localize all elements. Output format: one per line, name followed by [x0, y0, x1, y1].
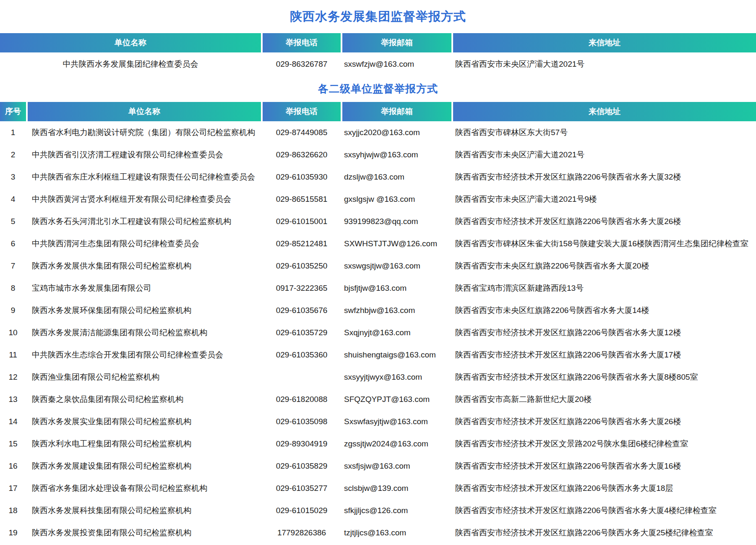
table-row: 19陕西水务发展投资集团有限公司纪检监察机构17792826386tzjtjlj…	[0, 522, 756, 544]
unit-name-cell: 陕西秦之泉饮品集团有限公司纪检监察机构	[28, 388, 263, 410]
table-row: 12陕西渔业集团有限公司纪检监察机构sxsyyjtjwyx@163.com陕西省…	[0, 366, 756, 388]
unit-name-cell: 中共陕西省引汉济渭工程建设有限公司纪律检查委员会	[28, 143, 263, 166]
phone-cell: 17792826386	[263, 522, 342, 544]
address-cell: 陕西省西安市未央区浐灞大道2021号9楼	[453, 188, 756, 210]
column-header-email: 举报邮箱	[342, 33, 453, 52]
table-row: 3中共陕西省东庄水利枢纽工程建设有限责任公司纪律检查委员会029-6103593…	[0, 166, 756, 188]
seq-cell: 18	[0, 499, 28, 522]
seq-cell: 12	[0, 366, 28, 388]
table-row: 13陕西秦之泉饮品集团有限公司纪检监察机构029-61820088SFQZQYP…	[0, 388, 756, 410]
unit-name-cell: 陕西水务发展环保集团有限公司纪检监察机构	[28, 299, 263, 321]
address-cell: 陕西省西安市未央区浐灞大道2021号	[453, 143, 756, 166]
email-cell: Sxqjnyjt@163.com	[342, 321, 453, 344]
column-header-phone: 举报电话	[263, 102, 342, 121]
email-cell: tzjtjljcs@163.com	[342, 522, 453, 544]
address-cell: 陕西省西安市经济技术开发区红旗路2206号陕西省水务大厦12楼	[453, 321, 756, 344]
table-row: 14陕西水务发展实业集团有限公司纪检监察机构029-61035098Sxswfa…	[0, 410, 756, 433]
table-row: 17陕西省水务集团水处理设备有限公司纪检监察机构029-61035277scls…	[0, 477, 756, 499]
phone-cell: 029-61035729	[263, 321, 342, 344]
email-cell: shuishengtaigs@163.com	[342, 344, 453, 366]
table-row: 11中共陕西水生态综合开发集团有限公司纪律检查委员会029-61035360sh…	[0, 344, 756, 366]
seq-cell: 8	[0, 277, 28, 299]
table-row: 5陕西水务石头河渭北引水工程建设有限公司纪检监察机构029-6101500193…	[0, 210, 756, 232]
email-cell: zgssjtjw2024@163.com	[342, 433, 453, 455]
table-row: 中共陕西水务发展集团纪律检查委员会029-86326787sxswfzjw@16…	[0, 52, 756, 76]
column-header-address: 来信地址	[453, 33, 756, 52]
unit-name-cell: 陕西水利水电工程集团有限公司纪检监察机构	[28, 433, 263, 455]
email-cell: sxyjjc2020@163.com	[342, 121, 453, 143]
email-cell: sclsbjw@139.com	[342, 477, 453, 499]
address-cell: 陕西省西安市经济技术开发区文景路202号陕水集团6楼纪律检查室	[453, 433, 756, 455]
address-cell: 陕西省西安市未央区红旗路2206号陕西省水务大厦14楼	[453, 299, 756, 321]
address-cell: 陕西省西安市经济技术开发区红旗路2206号陕西省水务大厦32楼	[453, 166, 756, 188]
seq-cell: 4	[0, 188, 28, 210]
group-report-table: 单位名称 举报电话 举报邮箱 来信地址 中共陕西水务发展集团纪律检查委员会029…	[0, 33, 756, 76]
table-row: 2中共陕西省引汉济渭工程建设有限公司纪律检查委员会029-86326620sxs…	[0, 143, 756, 166]
phone-cell: 029-61035676	[263, 299, 342, 321]
unit-name-cell: 中共陕西水生态综合开发集团有限公司纪律检查委员会	[28, 344, 263, 366]
email-cell: sxsyhjwjw@163.com	[342, 143, 453, 166]
address-cell: 陕西省西安市经济技术开发区红旗路2206号陕西省水务大厦26楼	[453, 410, 756, 433]
table-row: 7陕西水务发展供水集团有限公司纪检监察机构029-61035250sxswgsj…	[0, 255, 756, 277]
unit-name-cell: 陕西水务发展实业集团有限公司纪检监察机构	[28, 410, 263, 433]
seq-cell: 11	[0, 344, 28, 366]
column-header-unit-name: 单位名称	[28, 102, 263, 121]
unit-name-cell: 陕西水务发展科技集团有限公司纪检监察机构	[28, 499, 263, 522]
section-title: 各二级单位监督举报方式	[0, 76, 756, 102]
email-cell: gxslgsjw @163.com	[342, 188, 453, 210]
unit-name-cell: 中共陕西渭河生态集团有限公司纪律检查委员会	[28, 232, 263, 255]
address-cell: 陕西省西安市经济技术开发区红旗路2206号陕西省水务大厦16楼	[453, 455, 756, 477]
seq-cell: 9	[0, 299, 28, 321]
phone-cell: 029-61820088	[263, 388, 342, 410]
unit-name-cell: 宝鸡市城市水务发展集团有限公司	[28, 277, 263, 299]
seq-cell: 16	[0, 455, 28, 477]
email-cell: swfzhbjw@163.com	[342, 299, 453, 321]
table-row: 8宝鸡市城市水务发展集团有限公司0917-3222365bjsfjtjw@163…	[0, 277, 756, 299]
secondary-units-table: 序号 单位名称 举报电话 举报邮箱 来信地址 1陕西省水利电力勘测设计研究院（集…	[0, 102, 756, 544]
phone-cell: 029-61035930	[263, 166, 342, 188]
page-title: 陕西水务发展集团监督举报方式	[0, 0, 756, 33]
unit-name-cell: 陕西省水务集团水处理设备有限公司纪检监察机构	[28, 477, 263, 499]
email-cell: dzsljw@163.com	[342, 166, 453, 188]
column-header-phone: 举报电话	[263, 33, 342, 52]
unit-name-cell: 陕西水务发展投资集团有限公司纪检监察机构	[28, 522, 263, 544]
table-row: 1陕西省水利电力勘测设计研究院（集团）有限公司纪检监察机构029-8744908…	[0, 121, 756, 143]
email-cell: sxswgsjtjw@163.com	[342, 255, 453, 277]
phone-cell: 029-61035277	[263, 477, 342, 499]
phone-cell: 029-86326620	[263, 143, 342, 166]
unit-name-cell: 陕西水务石头河渭北引水工程建设有限公司纪检监察机构	[28, 210, 263, 232]
email-cell: SFQZQYPJT@163.com	[342, 388, 453, 410]
email-cell: sxswfzjw@163.com	[342, 52, 453, 76]
seq-cell: 13	[0, 388, 28, 410]
seq-cell: 10	[0, 321, 28, 344]
table-header-row: 序号 单位名称 举报电话 举报邮箱 来信地址	[0, 102, 756, 121]
unit-name-cell: 中共陕西水务发展集团纪律检查委员会	[0, 52, 263, 76]
phone-cell: 029-61035098	[263, 410, 342, 433]
address-cell: 陕西省西安市经济技术开发区红旗路2206号陕西省水务大厦8楼805室	[453, 366, 756, 388]
column-header-seq: 序号	[0, 102, 28, 121]
phone-cell: 029-61035360	[263, 344, 342, 366]
address-cell: 陕西省西安市经济技术开发区红旗路2206号陕西省水务大厦17楼	[453, 344, 756, 366]
column-header-email: 举报邮箱	[342, 102, 453, 121]
unit-name-cell: 陕西水务发展供水集团有限公司纪检监察机构	[28, 255, 263, 277]
email-cell: sfkjjljcs@126.com	[342, 499, 453, 522]
seq-cell: 7	[0, 255, 28, 277]
table-header-row: 单位名称 举报电话 举报邮箱 来信地址	[0, 33, 756, 52]
address-cell: 陕西省西安市碑林区东大街57号	[453, 121, 756, 143]
email-cell: Sxswfasyjtjw@163.com	[342, 410, 453, 433]
seq-cell: 15	[0, 433, 28, 455]
unit-name-cell: 中共陕西省东庄水利枢纽工程建设有限责任公司纪律检查委员会	[28, 166, 263, 188]
address-cell: 陕西省西安市未央区浐灞大道2021号	[453, 52, 756, 76]
seq-cell: 14	[0, 410, 28, 433]
seq-cell: 5	[0, 210, 28, 232]
email-cell: SXWHSTJTJW@126.com	[342, 232, 453, 255]
seq-cell: 2	[0, 143, 28, 166]
address-cell: 陕西省西安市经济技术开发区红旗路2206号陕西水务大厦25楼纪律检查室	[453, 522, 756, 544]
address-cell: 陕西省西安市高新二路新世纪大厦20楼	[453, 388, 756, 410]
seq-cell: 17	[0, 477, 28, 499]
address-cell: 陕西省宝鸡市渭滨区新建路西段13号	[453, 277, 756, 299]
address-cell: 陕西省西安市经济技术开发区红旗路2206号陕西省水务大厦4楼纪律检查室	[453, 499, 756, 522]
phone-cell: 029-61015029	[263, 499, 342, 522]
phone-cell: 029-86515581	[263, 188, 342, 210]
phone-cell: 029-89304919	[263, 433, 342, 455]
